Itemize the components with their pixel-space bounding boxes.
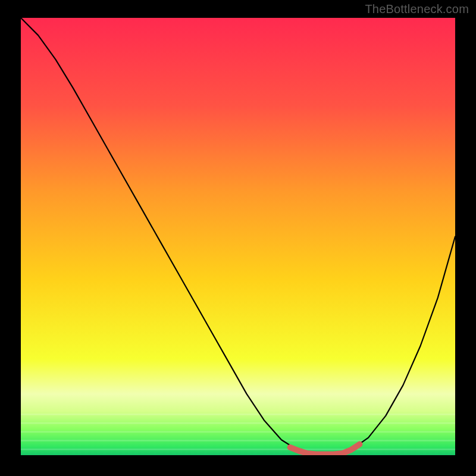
band-line (21, 431, 455, 433)
gradient-background (21, 18, 455, 455)
plot-area (21, 18, 455, 455)
chart-frame: TheBottleneck.com (0, 0, 476, 476)
band-line (21, 414, 455, 415)
watermark-text: TheBottleneck.com (365, 2, 469, 16)
chart-svg (21, 18, 455, 455)
band-line (21, 449, 455, 450)
band-line (21, 440, 455, 441)
band-line (21, 422, 455, 424)
